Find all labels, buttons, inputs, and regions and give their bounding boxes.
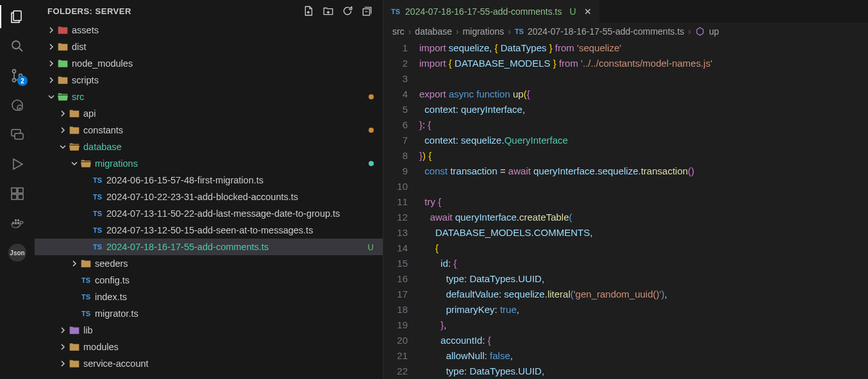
folder-item[interactable]: scripts	[35, 72, 383, 88]
file-item[interactable]: TSconfig.ts	[35, 272, 383, 289]
json-icon[interactable]: Json	[8, 244, 26, 262]
file-icon	[56, 40, 69, 53]
docker-icon[interactable]	[8, 214, 26, 232]
file-icon: TS	[91, 174, 104, 187]
tree-label: 2024-07-13-12-50-15-add-seen-at-to-messa…	[106, 225, 313, 235]
tree-label: modules	[83, 342, 119, 352]
explorer-sidebar: FOLDERS: SERVER assetsdistnode_modulessc…	[35, 0, 383, 379]
close-icon[interactable]: ✕	[584, 6, 592, 17]
tree-label: scripts	[72, 75, 99, 85]
tree-label: lib	[83, 325, 93, 335]
tree-label: dist	[72, 42, 87, 52]
file-icon	[68, 140, 81, 153]
file-icon: TS	[79, 291, 92, 303]
file-icon	[68, 357, 81, 370]
remote-explorer-icon[interactable]	[8, 96, 26, 114]
folder-item[interactable]: node_modules	[35, 55, 383, 72]
tree-label: src	[72, 92, 84, 102]
new-file-icon[interactable]	[303, 5, 315, 17]
folder-item[interactable]: migrations	[35, 155, 383, 172]
folder-item[interactable]: lib	[35, 322, 383, 339]
svg-point-1	[12, 41, 20, 49]
svg-rect-10	[12, 194, 17, 199]
breadcrumb-part[interactable]: 2024-07-18-16-17-55-add-comments.ts	[528, 26, 684, 37]
modified-dot	[369, 94, 374, 99]
code-editor[interactable]: 12345678910111213141516171819202122 impo…	[383, 40, 868, 379]
sidebar-header-actions	[303, 5, 372, 17]
file-icon	[68, 124, 81, 137]
scm-badge: 2	[17, 76, 28, 86]
chevron-down-icon[interactable]	[69, 158, 79, 169]
extensions-icon[interactable]	[8, 185, 26, 203]
code-content[interactable]: import sequelize, { DataTypes } from 'se…	[419, 40, 712, 379]
chevron-right-icon[interactable]	[58, 358, 68, 369]
svg-rect-9	[12, 188, 17, 193]
chevron-right-icon[interactable]	[46, 25, 56, 35]
tab-status: U	[569, 6, 576, 17]
file-icon	[56, 74, 69, 87]
tree-label: api	[83, 108, 96, 119]
folder-item[interactable]: modules	[35, 339, 383, 355]
breadcrumb-part[interactable]: migrations	[463, 26, 505, 37]
file-item[interactable]: TSindex.ts	[35, 289, 383, 305]
folder-item[interactable]: src	[35, 88, 383, 105]
folder-item[interactable]: database	[35, 139, 383, 155]
tree-label: index.ts	[95, 292, 127, 302]
tree-label: seeders	[95, 258, 128, 269]
folder-item[interactable]: assets	[35, 22, 383, 38]
chevron-right-icon[interactable]	[69, 258, 79, 269]
file-tree[interactable]: assetsdistnode_modulesscriptssrcapiconst…	[35, 22, 383, 372]
folder-item[interactable]: service-account	[35, 355, 383, 372]
tab-active[interactable]: TS 2024-07-18-16-17-55-add-comments.ts U…	[383, 0, 599, 22]
folder-item[interactable]: constants	[35, 122, 383, 139]
file-icon	[56, 90, 69, 103]
file-item[interactable]: TS2024-07-13-11-50-22-add-last-message-d…	[35, 205, 383, 222]
file-item[interactable]: TSmigrator.ts	[35, 305, 383, 322]
chevron-right-icon[interactable]	[58, 325, 68, 335]
svg-rect-16	[15, 219, 17, 221]
tree-label: node_modules	[72, 58, 133, 69]
breadcrumb-part[interactable]: up	[709, 26, 719, 37]
file-item[interactable]: TS2024-07-13-12-50-15-add-seen-at-to-mes…	[35, 222, 383, 239]
explorer-icon[interactable]	[8, 8, 26, 26]
refresh-icon[interactable]	[342, 5, 353, 17]
chevron-right-icon[interactable]	[58, 125, 68, 135]
file-item[interactable]: TS2024-07-10-22-23-31-add-blocked-accoun…	[35, 189, 383, 205]
tree-label: config.ts	[95, 275, 129, 285]
breadcrumb[interactable]: src› database› migrations› TS 2024-07-18…	[383, 22, 868, 40]
file-item[interactable]: TS2024-06-16-15-57-48-first-migration.ts	[35, 172, 383, 189]
sidebar-header: FOLDERS: SERVER	[35, 0, 383, 22]
file-icon	[68, 107, 81, 120]
chevron-right-icon[interactable]	[46, 42, 56, 52]
breadcrumb-part[interactable]: src	[392, 26, 405, 37]
run-debug-icon[interactable]	[8, 155, 26, 173]
folder-item[interactable]: dist	[35, 38, 383, 55]
new-folder-icon[interactable]	[322, 5, 334, 17]
tab-filename: 2024-07-18-16-17-55-add-comments.ts	[405, 6, 562, 17]
chat-icon[interactable]	[8, 126, 26, 144]
file-icon	[68, 341, 81, 353]
chevron-right-icon[interactable]	[58, 342, 68, 352]
ts-icon: TS	[391, 8, 400, 15]
tree-label: 2024-06-16-15-57-48-first-migration.ts	[106, 175, 263, 185]
folder-item[interactable]: api	[35, 105, 383, 122]
chevron-down-icon[interactable]	[46, 92, 56, 102]
file-icon	[79, 157, 92, 170]
line-gutter: 12345678910111213141516171819202122	[383, 40, 419, 379]
svg-point-2	[13, 70, 16, 73]
file-icon	[79, 257, 92, 270]
tree-label: 2024-07-13-11-50-22-add-last-message-dat…	[106, 208, 340, 219]
chevron-right-icon[interactable]	[46, 58, 56, 69]
tree-label: assets	[72, 25, 99, 35]
chevron-right-icon[interactable]	[58, 108, 68, 119]
source-control-icon[interactable]: 2	[8, 67, 26, 85]
tree-label: migrations	[95, 158, 138, 169]
file-item[interactable]: TS2024-07-18-16-17-55-add-comments.tsU	[35, 239, 383, 255]
chevron-down-icon[interactable]	[58, 142, 68, 152]
folder-item[interactable]: seeders	[35, 255, 383, 272]
editor-tabs: TS 2024-07-18-16-17-55-add-comments.ts U…	[383, 0, 868, 22]
search-icon[interactable]	[8, 37, 26, 55]
chevron-right-icon[interactable]	[46, 75, 56, 85]
collapse-all-icon[interactable]	[361, 5, 372, 17]
breadcrumb-part[interactable]: database	[415, 26, 452, 37]
